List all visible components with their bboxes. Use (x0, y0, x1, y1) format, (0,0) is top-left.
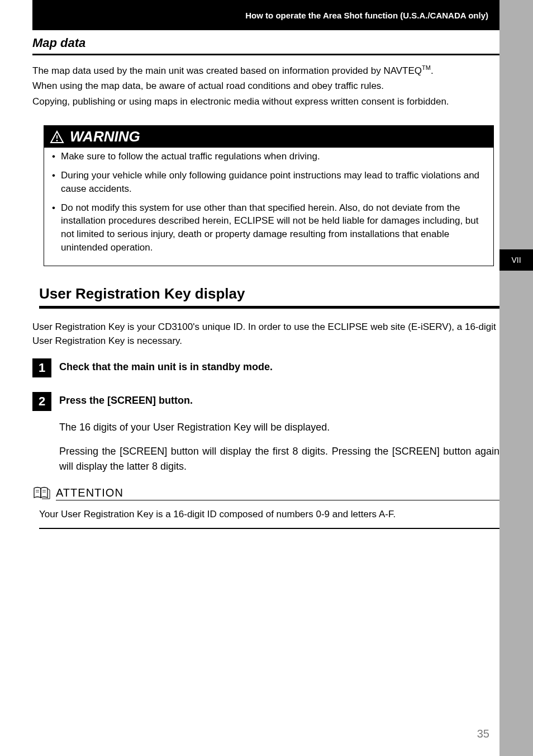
breadcrumb: How to operate the Area Shot function (U… (245, 11, 488, 20)
step-1-title: Check that the main unit is in standby m… (59, 358, 273, 373)
warning-item: Do not modify this system for use other … (61, 201, 488, 254)
page-content: Map data The map data used by the main u… (32, 30, 499, 529)
step-1-row: 1 Check that the main unit is in standby… (32, 358, 499, 377)
user-registration-heading: User Registration Key display (39, 285, 499, 309)
user-registration-intro: User Registration Key is your CD3100's u… (32, 320, 499, 348)
map-data-heading: Map data (32, 36, 499, 55)
svg-point-1 (56, 140, 58, 141)
map-data-paragraph-3: Copying, publishing or using maps in ele… (32, 94, 499, 109)
attention-row: ATTENTION (32, 485, 499, 502)
step-2-row: 2 Press the [SCREEN] button. (32, 392, 499, 411)
section-index-tab: VII (499, 249, 533, 271)
trademark-superscript: TM (422, 64, 431, 71)
attention-label: ATTENTION (56, 486, 499, 500)
right-margin-bar (499, 0, 533, 756)
step-2-body-1: The 16 digits of your User Registration … (59, 420, 499, 435)
map-data-p1-suffix: . (431, 65, 434, 76)
warning-item: Make sure to follow the actual traffic r… (61, 150, 488, 163)
step-number-badge: 2 (32, 392, 51, 411)
warning-triangle-icon (50, 130, 64, 144)
warning-box: WARNING Make sure to follow the actual t… (44, 125, 494, 266)
map-data-p1-prefix: The map data used by the main unit was c… (32, 65, 422, 76)
book-icon (32, 485, 51, 502)
warning-label: WARNING (70, 128, 140, 145)
page-number: 35 (477, 727, 489, 740)
warning-item: During your vehicle while only following… (61, 169, 488, 196)
warning-header: WARNING (44, 126, 493, 148)
map-data-paragraph-2: When using the map data, be aware of act… (32, 79, 499, 93)
warning-list: Make sure to follow the actual traffic r… (44, 148, 493, 266)
header-bar: How to operate the Area Shot function (U… (32, 0, 499, 30)
step-2-body-2: Pressing the [SCREEN] button will displa… (59, 444, 499, 474)
map-data-paragraph-1: The map data used by the main unit was c… (32, 63, 499, 78)
attention-body: Your User Registration Key is a 16-digit… (39, 509, 499, 529)
step-2-title: Press the [SCREEN] button. (59, 392, 193, 407)
step-number-badge: 1 (32, 358, 51, 377)
